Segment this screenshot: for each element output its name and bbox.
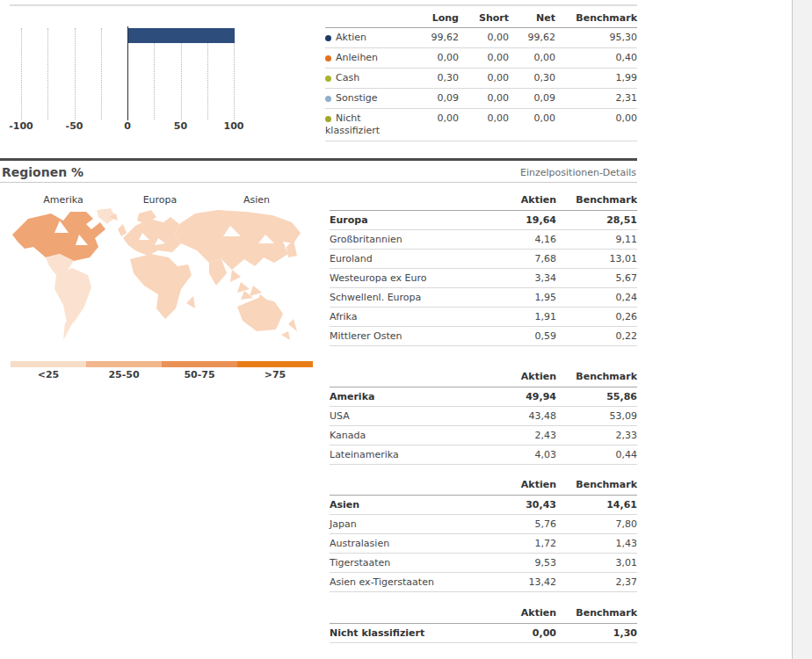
alloc-value-long: 99,62 <box>406 28 459 48</box>
region-row-label: USA <box>330 407 470 426</box>
alloc-row: Nicht klassifiziert0,000,000,000,00 <box>325 109 637 141</box>
chart-tick-label: 100 <box>214 120 253 132</box>
region-row-label: Afrika <box>330 308 470 327</box>
series-color-dot <box>325 96 331 102</box>
region-value-aktien: 0,59 <box>470 327 556 346</box>
alloc-value-benchmark: 95,30 <box>555 28 637 48</box>
region-row-label: Amerika <box>330 387 470 407</box>
region-column-header-aktien: Aktien <box>470 192 556 211</box>
region-row: Europa19,6428,51 <box>330 211 637 230</box>
map-label-amerika: Amerika <box>28 194 98 206</box>
region-row-label: Schwellenl. Europa <box>330 288 470 308</box>
region-table-nicht-klassifiziert: AktienBenchmarkNicht klassifiziert0,001,… <box>330 605 637 643</box>
legend-segment-2 <box>86 361 162 367</box>
chart-tick-label: 50 <box>162 120 200 132</box>
region-value-benchmark: 0,22 <box>556 327 637 346</box>
region-row: Afrika1,910,26 <box>330 308 637 327</box>
region-row: Japan5,767,80 <box>330 515 637 534</box>
region-label-column-header <box>330 192 470 211</box>
region-label-column-header <box>330 369 470 387</box>
region-value-aktien: 1,95 <box>470 288 556 308</box>
region-value-aktien: 4,16 <box>470 230 556 250</box>
alloc-value-net: 0,30 <box>509 69 555 89</box>
region-row: Tigerstaaten9,533,01 <box>330 554 637 573</box>
series-color-dot <box>325 76 331 82</box>
region-value-aktien: 30,43 <box>470 496 556 515</box>
region-row-label: Europa <box>330 211 470 230</box>
region-table-asien: AktienBenchmarkAsien30,4314,61Japan5,767… <box>330 477 637 592</box>
region-value-benchmark: 13,01 <box>556 250 637 269</box>
chart-tick-label: -100 <box>2 120 40 132</box>
region-value-aktien: 43,48 <box>470 407 556 426</box>
region-value-aktien: 19,64 <box>470 211 556 230</box>
alloc-column-header-benchmark: Benchmark <box>555 11 637 28</box>
legend-label-3: 50-75 <box>162 369 237 380</box>
alloc-row-label: Aktien <box>336 32 366 43</box>
asset-allocation-chart: -100-50050100 <box>0 0 325 141</box>
alloc-value-benchmark: 0,40 <box>555 48 637 69</box>
region-column-header-benchmark: Benchmark <box>556 477 637 496</box>
region-row-label: Kanada <box>330 426 470 445</box>
region-value-benchmark: 1,30 <box>556 624 637 643</box>
region-value-benchmark: 9,11 <box>556 230 637 250</box>
region-value-aktien: 49,94 <box>470 387 556 407</box>
legend-label-1: <25 <box>11 369 86 380</box>
asset-allocation-table: LongShortNetBenchmark Aktien99,620,0099,… <box>325 11 637 141</box>
alloc-row: Aktien99,620,0099,6295,30 <box>325 28 637 48</box>
world-map-svg <box>11 208 314 354</box>
alloc-row-label: Sonstige <box>336 92 378 104</box>
region-row-label: Asien ex-Tigerstaaten <box>330 573 470 592</box>
alloc-column-header-net: Net <box>509 11 555 28</box>
alloc-value-long: 0,30 <box>406 69 459 89</box>
series-color-dot <box>325 116 331 122</box>
region-row: Großbritannien4,169,11 <box>330 230 637 250</box>
region-value-aktien: 9,53 <box>470 554 556 573</box>
region-value-benchmark: 55,86 <box>556 387 637 407</box>
region-value-benchmark: 0,26 <box>556 308 637 327</box>
region-row: Asien ex-Tigerstaaten13,422,37 <box>330 573 637 592</box>
alloc-value-benchmark: 2,31 <box>555 89 637 109</box>
einzelpositionen-details-link[interactable]: Einzelpositionen-Details <box>520 167 636 178</box>
map-label-asien: Asien <box>221 194 292 206</box>
region-column-header-aktien: Aktien <box>470 477 556 496</box>
legend-segment-1 <box>11 361 86 367</box>
alloc-value-net: 0,09 <box>509 89 555 109</box>
region-value-benchmark: 3,01 <box>556 554 637 573</box>
alloc-row-label-cell: Cash <box>325 69 406 89</box>
alloc-value-net: 0,00 <box>509 48 555 69</box>
alloc-row-label-cell: Aktien <box>325 28 406 48</box>
region-column-header-benchmark: Benchmark <box>556 605 637 624</box>
alloc-value-long: 0,00 <box>406 109 459 141</box>
chart-tick-label: 0 <box>108 120 147 132</box>
region-row-label: Nicht klassifiziert <box>330 624 470 643</box>
alloc-value-short: 0,00 <box>459 28 509 48</box>
alloc-column-header-short: Short <box>459 11 509 28</box>
alloc-value-benchmark: 1,99 <box>555 69 637 89</box>
alloc-row-label-cell: Nicht klassifiziert <box>325 109 406 141</box>
region-row: Schwellenl. Europa1,950,24 <box>330 288 637 308</box>
alloc-value-long: 0,00 <box>406 48 459 69</box>
alloc-row-label: Anleihen <box>336 52 378 63</box>
region-value-aktien: 5,76 <box>470 515 556 534</box>
region-label-column-header <box>330 605 470 624</box>
region-value-benchmark: 53,09 <box>556 407 637 426</box>
region-row-label: Großbritannien <box>330 230 470 250</box>
right-gutter <box>792 0 812 659</box>
region-value-aktien: 7,68 <box>470 250 556 269</box>
region-row: Kanada2,432,33 <box>330 426 637 445</box>
region-column-header-benchmark: Benchmark <box>556 192 637 211</box>
region-value-benchmark: 7,80 <box>556 515 637 534</box>
region-row: Euroland7,6813,01 <box>330 250 637 269</box>
region-row: Australasien1,721,43 <box>330 534 637 554</box>
alloc-value-net: 0,00 <box>509 109 555 141</box>
region-table-europa: AktienBenchmarkEuropa19,6428,51Großbrita… <box>330 192 637 346</box>
region-row-label: Westeuropa ex Euro <box>330 269 470 288</box>
map-legend-bar <box>11 361 313 367</box>
series-color-dot <box>325 35 331 41</box>
chart-tick-label: -50 <box>55 120 94 132</box>
region-column-header-aktien: Aktien <box>470 369 556 387</box>
region-row-label: Tigerstaaten <box>330 554 470 573</box>
region-row-label: Australasien <box>330 534 470 554</box>
alloc-row-label: Cash <box>336 72 359 83</box>
region-row: Asien30,4314,61 <box>330 496 637 515</box>
